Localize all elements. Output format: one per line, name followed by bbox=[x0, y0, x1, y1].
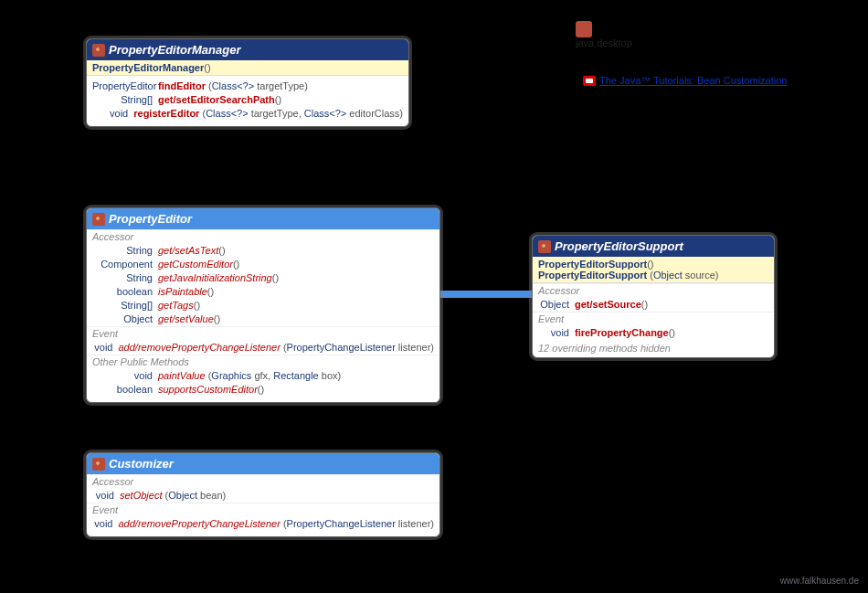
interface-icon bbox=[92, 213, 105, 226]
box-header: Customizer bbox=[87, 453, 439, 474]
package-title: java.beans bbox=[576, 18, 689, 39]
package-name: java.beans bbox=[596, 18, 689, 39]
method-row: PropertyEditor findEditor (Class<?> targ… bbox=[87, 79, 408, 93]
method-row: void registerEditor (Class<?> targetType… bbox=[87, 107, 408, 126]
interface-icon bbox=[92, 458, 105, 471]
box-title: Customizer bbox=[109, 457, 174, 471]
section-other: Other Public Methods bbox=[87, 355, 439, 369]
oracle-icon bbox=[583, 76, 596, 86]
section-event: Event bbox=[87, 503, 439, 517]
box-customizer: Customizer Accessor voidsetObject (Objec… bbox=[86, 452, 440, 537]
section-event: Event bbox=[533, 312, 774, 326]
section-accessor: Accessor bbox=[87, 474, 439, 489]
box-header: PropertyEditor bbox=[87, 208, 439, 229]
section-accessor: Accessor bbox=[87, 229, 439, 244]
constructor: PropertyEditorManager() bbox=[87, 60, 408, 76]
package-header: java.beans java.desktop bbox=[576, 18, 689, 48]
box-title: PropertyEditorManager bbox=[109, 43, 240, 57]
box-property-editor-manager: PropertyEditorManager PropertyEditorMana… bbox=[86, 38, 409, 127]
box-property-editor: PropertyEditor Accessor Stringget/setAsT… bbox=[86, 207, 440, 403]
class-icon bbox=[538, 240, 551, 253]
footer-link[interactable]: www.falkhausen.de bbox=[780, 576, 859, 586]
footer-site: www.falkhausen.de bbox=[780, 576, 859, 586]
box-property-editor-support: PropertyEditorSupport PropertyEditorSupp… bbox=[532, 235, 775, 358]
method-row: String[] get/setEditorSearchPath () bbox=[87, 93, 408, 107]
constructor: PropertyEditorSupport() PropertyEditorSu… bbox=[533, 257, 774, 283]
box-title: PropertyEditorSupport bbox=[555, 239, 683, 253]
connector-pe-pes bbox=[437, 291, 535, 298]
tutorial-label: The Java™ Tutorials: Bean Customization bbox=[599, 75, 787, 86]
section-accessor: Accessor bbox=[533, 283, 774, 298]
tutorial-link[interactable]: The Java™ Tutorials: Bean Customization bbox=[583, 75, 787, 86]
overriding-note: 12 overriding methods hidden bbox=[533, 340, 774, 357]
box-header: PropertyEditorSupport bbox=[533, 236, 774, 257]
box-title: PropertyEditor bbox=[109, 212, 192, 226]
bean-icon bbox=[576, 21, 592, 37]
section-event: Event bbox=[87, 326, 439, 341]
box-header: PropertyEditorManager bbox=[87, 39, 408, 60]
class-icon bbox=[92, 44, 105, 57]
